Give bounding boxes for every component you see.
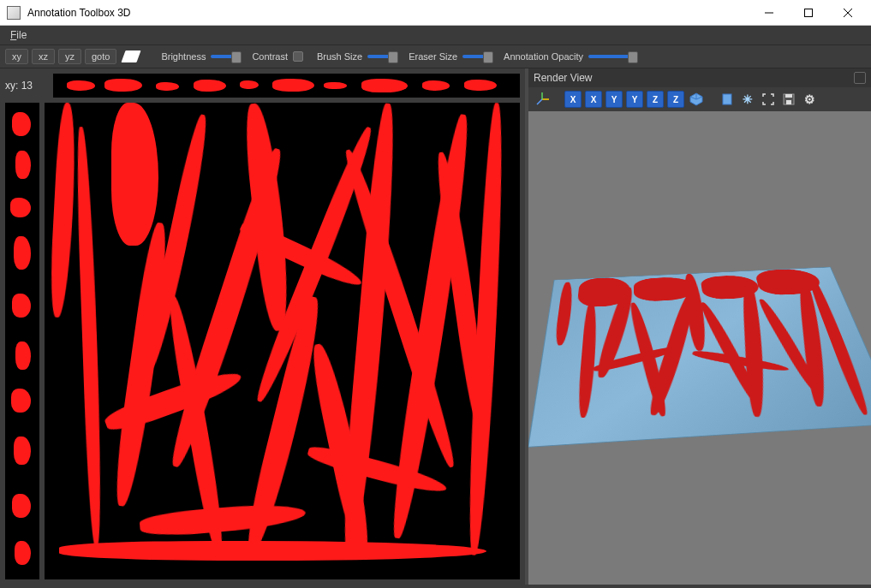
xy-slice-view[interactable] xyxy=(45,103,520,579)
render-toolbar: X X Y Y Z Z ✳ ⚙ xyxy=(528,87,871,111)
menubar: File xyxy=(0,26,871,45)
close-button[interactable] xyxy=(828,0,868,26)
main-content: xy: 13 xyxy=(0,68,871,585)
fullscreen-button[interactable] xyxy=(760,91,777,108)
maximize-button[interactable] xyxy=(789,0,828,26)
yz-slice-view[interactable] xyxy=(5,103,39,579)
axis-y-plus-button[interactable]: Y xyxy=(606,91,623,108)
view-xy-button[interactable]: xy xyxy=(5,49,28,64)
slice-pane: xy: 13 xyxy=(0,68,525,585)
axis-y-minus-button[interactable]: Y xyxy=(626,91,643,108)
svg-rect-1 xyxy=(805,9,813,16)
menu-file-label: ile xyxy=(16,29,27,41)
annotation-opacity-slider[interactable] xyxy=(588,55,635,58)
panel-detach-button[interactable] xyxy=(854,72,866,84)
save-icon[interactable] xyxy=(780,91,797,108)
isometric-view-button[interactable] xyxy=(688,91,705,108)
goto-button[interactable]: goto xyxy=(85,49,116,64)
brightness-slider[interactable] xyxy=(211,55,238,58)
svg-rect-13 xyxy=(785,94,792,98)
contrast-checkbox[interactable] xyxy=(293,51,303,62)
brush-size-label: Brush Size xyxy=(317,51,362,62)
axis-x-plus-button[interactable]: X xyxy=(564,91,582,108)
toolbar: xy xz yz goto Brightness Contrast Brush … xyxy=(0,45,871,68)
axis-z-minus-button[interactable]: Z xyxy=(667,91,684,108)
eraser-size-label: Eraser Size xyxy=(409,51,457,62)
eraser-size-slider[interactable] xyxy=(462,55,490,58)
slice-index-label: xy: 13 xyxy=(5,80,48,92)
contrast-label: Contrast xyxy=(252,51,288,62)
axis-z-plus-button[interactable]: Z xyxy=(647,91,664,108)
statusbar xyxy=(0,585,871,588)
svg-line-6 xyxy=(537,99,542,104)
render-pane: Render View X X Y Y Z Z xyxy=(528,68,871,585)
svg-rect-11 xyxy=(723,94,731,104)
app-icon xyxy=(7,6,21,20)
orientation-axes-icon[interactable] xyxy=(534,91,551,108)
minimize-button[interactable] xyxy=(749,0,789,26)
view-yz-button[interactable]: yz xyxy=(58,49,81,64)
render-3d-viewport[interactable] xyxy=(528,111,871,585)
eraser-icon[interactable] xyxy=(122,50,141,62)
render-panel-header: Render View xyxy=(528,68,871,87)
fit-view-button[interactable] xyxy=(719,91,736,108)
brightness-label: Brightness xyxy=(161,51,206,62)
window-titlebar: Annotation Toolbox 3D xyxy=(0,0,871,26)
settings-gear-icon[interactable]: ⚙ xyxy=(801,91,818,108)
render-panel-title: Render View xyxy=(534,72,592,84)
brush-size-slider[interactable] xyxy=(367,55,395,58)
render-volume-plane xyxy=(528,267,871,446)
axis-x-minus-button[interactable]: X xyxy=(585,91,602,108)
xz-slice-view[interactable] xyxy=(53,74,520,98)
snowflake-icon[interactable]: ✳ xyxy=(739,91,756,108)
annotation-opacity-label: Annotation Opacity xyxy=(504,51,583,62)
menu-file[interactable]: File xyxy=(3,27,33,43)
svg-rect-14 xyxy=(786,100,791,104)
view-xz-button[interactable]: xz xyxy=(32,49,55,64)
window-title: Annotation Toolbox 3D xyxy=(27,7,749,19)
